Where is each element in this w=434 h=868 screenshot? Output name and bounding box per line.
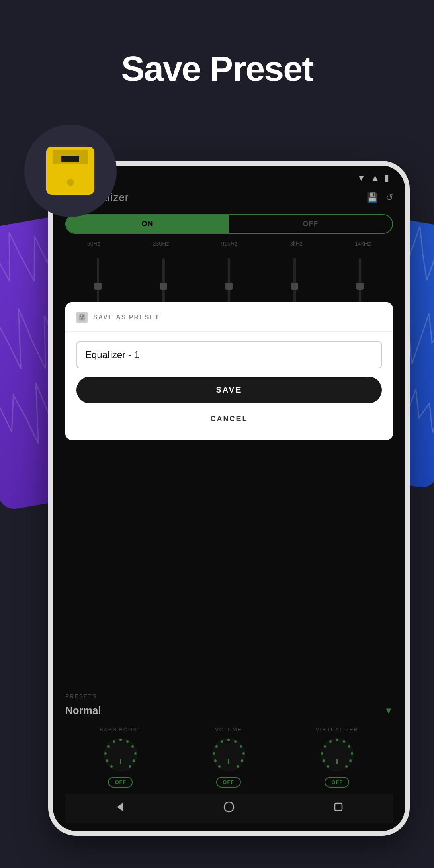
floppy-disk-icon xyxy=(46,147,94,195)
phone-frame: ▼ ▲ ▮ equalizer 💾 ↺ ON OFF 60Hz 230Hz 91… xyxy=(48,161,410,836)
cancel-button[interactable]: CANCEL xyxy=(76,407,382,430)
page-title: Save Preset xyxy=(0,48,434,89)
dialog-header: SAVE AS PRESET xyxy=(65,302,393,332)
dialog-body: SAVE CANCEL xyxy=(65,332,393,440)
save-icon-decoration xyxy=(24,125,117,217)
dialog-title: SAVE AS PRESET xyxy=(93,314,160,321)
svg-rect-2 xyxy=(81,315,82,316)
phone-screen: ▼ ▲ ▮ equalizer 💾 ↺ ON OFF 60Hz 230Hz 91… xyxy=(53,166,405,831)
preset-name-input[interactable] xyxy=(76,341,382,368)
save-preset-dialog: SAVE AS PRESET SAVE CANCEL xyxy=(65,302,393,440)
dialog-floppy-icon xyxy=(76,312,88,323)
dialog-overlay: SAVE AS PRESET SAVE CANCEL xyxy=(53,166,405,831)
svg-point-3 xyxy=(81,318,83,320)
save-button[interactable]: SAVE xyxy=(76,377,382,403)
